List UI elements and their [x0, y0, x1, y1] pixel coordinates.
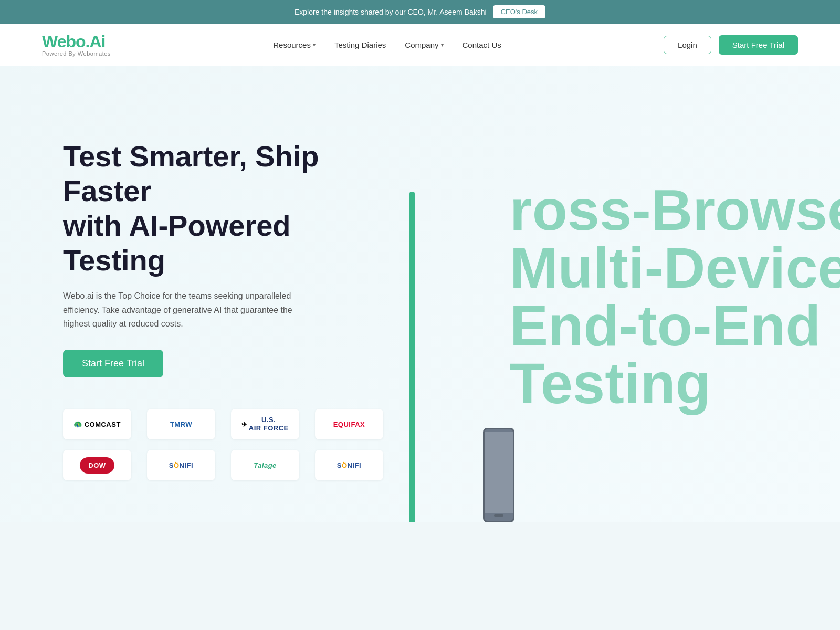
nav-item-testing-diaries[interactable]: Testing Diaries	[334, 40, 386, 49]
green-bar	[410, 192, 415, 522]
equifax-text: EQUIFAX	[333, 421, 365, 428]
sonifi-text-1: SÖNIFI	[169, 461, 193, 469]
hero-trial-button[interactable]: Start Free Trial	[63, 350, 163, 377]
logo-usaf: ✈ U.S.AIR FORCE	[231, 409, 299, 439]
chevron-down-icon-2: ▾	[441, 42, 444, 48]
logo-text: Webo.Ai	[42, 33, 105, 50]
logo-tmrw: TMRW	[147, 409, 215, 439]
animated-line-2: Multi-Device,	[510, 239, 840, 297]
animated-line-4: Testing	[510, 354, 840, 412]
top-banner: Explore the insights shared by our CEO, …	[0, 0, 840, 24]
nav-actions: Login Start Free Trial	[664, 35, 798, 55]
partner-logos: 🦚 COMCAST TMRW ✈ U.S.AIR FORCE EQUIFAX D…	[63, 409, 357, 480]
nav-item-resources[interactable]: Resources ▾	[273, 40, 316, 49]
sonifi-text-2: SÖNIFI	[337, 461, 361, 469]
nav-link-resources[interactable]: Resources ▾	[273, 40, 316, 49]
footer-space	[0, 522, 840, 606]
nav-links: Resources ▾ Testing Diaries Company ▾ Co…	[273, 40, 501, 49]
ceo-desk-button[interactable]: CEO's Desk	[493, 5, 545, 18]
nav-trial-button[interactable]: Start Free Trial	[719, 35, 798, 55]
logo-dow: DOW	[63, 450, 131, 480]
logo-sonifi-1: SÖNIFI	[147, 450, 215, 480]
talage-text: Talage	[254, 461, 277, 469]
hero-description: Webo.ai is the Top Choice for the teams …	[63, 289, 315, 331]
hero-section: Test Smarter, Ship Faster with AI-Powere…	[0, 66, 840, 522]
peacock-icon: 🦚	[74, 421, 82, 428]
animated-line-1: ross-Browser	[510, 181, 840, 239]
logo-comcast: 🦚 COMCAST	[63, 409, 131, 439]
nav-link-company[interactable]: Company ▾	[405, 40, 443, 49]
hero-title: Test Smarter, Ship Faster with AI-Powere…	[63, 139, 357, 278]
hero-right-text: ross-Browser Multi-Device, End-to-End Te…	[510, 181, 840, 412]
chevron-down-icon: ▾	[313, 42, 316, 48]
usaf-text: U.S.AIR FORCE	[249, 416, 289, 434]
logo: Webo.Ai Powered By Webomates	[42, 33, 111, 57]
nav-link-contact[interactable]: Contact Us	[463, 40, 501, 49]
dow-text: DOW	[80, 457, 114, 474]
comcast-text: COMCAST	[85, 421, 121, 428]
banner-text: Explore the insights shared by our CEO, …	[295, 8, 487, 16]
tmrw-text: TMRW	[170, 421, 192, 428]
usaf-icon: ✈	[242, 421, 248, 428]
device-mockup	[483, 428, 514, 522]
hero-left: Test Smarter, Ship Faster with AI-Powere…	[0, 66, 357, 522]
nav-item-company[interactable]: Company ▾	[405, 40, 443, 49]
login-button[interactable]: Login	[664, 36, 711, 54]
animated-line-3: End-to-End	[510, 297, 840, 354]
nav-item-contact[interactable]: Contact Us	[463, 40, 501, 49]
logo-talage: Talage	[231, 450, 299, 480]
device-home-button	[494, 514, 503, 517]
nav-link-testing-diaries[interactable]: Testing Diaries	[334, 40, 386, 49]
logo-sonifi-2: SÖNIFI	[315, 450, 383, 480]
device-screen	[485, 432, 513, 513]
navbar: Webo.Ai Powered By Webomates Resources ▾…	[0, 24, 840, 66]
logo-equifax: EQUIFAX	[315, 409, 383, 439]
logo-tagline: Powered By Webomates	[42, 51, 111, 57]
